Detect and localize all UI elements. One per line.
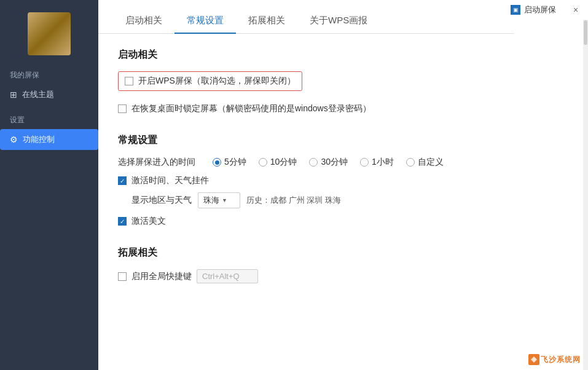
activate-beauty-row[interactable]: 激活美文 [118, 216, 568, 227]
enable-wps-row[interactable]: 开启WPS屏保（取消勾选，屏保即关闭） [118, 71, 302, 91]
title-bar: ▣ 启动屏保 × [503, 0, 588, 20]
tab-extension[interactable]: 拓展相关 [236, 10, 297, 34]
radio-30min-label: 30分钟 [321, 157, 348, 168]
sidebar-settings-label: 设置 [0, 105, 98, 129]
activate-beauty-label: 激活美文 [131, 216, 166, 227]
activate-beauty-checkbox[interactable] [118, 217, 127, 226]
radio-10min-label: 10分钟 [270, 157, 297, 168]
radio-5min[interactable]: 5分钟 [213, 157, 246, 168]
lock-screen-checkbox[interactable] [118, 104, 127, 113]
radio-30min-circle[interactable] [309, 158, 318, 167]
radio-10min[interactable]: 10分钟 [259, 157, 297, 168]
title-text: 启动屏保 [524, 0, 556, 20]
title-bar-label: ▣ 启动屏保 [503, 0, 563, 20]
sidebar-item-online-theme[interactable]: ⊞ 在线主题 [0, 84, 98, 105]
extension-section: 拓展相关 启用全局快捷键 Ctrl+Alt+Q [118, 246, 568, 283]
shortcut-input[interactable]: Ctrl+Alt+Q [197, 269, 258, 283]
close-button[interactable]: × [563, 0, 588, 20]
radio-1hour-circle[interactable] [360, 158, 369, 167]
extension-section-title: 拓展相关 [118, 246, 568, 259]
tab-startup[interactable]: 启动相关 [113, 10, 174, 34]
activate-time-row[interactable]: 激活时间、天气挂件 [118, 175, 568, 186]
radio-custom-label: 自定义 [418, 157, 444, 168]
lock-screen-row[interactable]: 在恢复桌面时锁定屏幕（解锁密码使用的是windows登录密码） [118, 103, 568, 114]
image-icon: ⊞ [10, 90, 17, 100]
radio-5min-circle[interactable] [213, 158, 221, 167]
avatar [28, 12, 71, 55]
region-dropdown[interactable]: 珠海 [198, 192, 240, 208]
tab-general[interactable]: 常规设置 [174, 10, 236, 34]
general-section-title: 常规设置 [118, 134, 568, 147]
region-row: 显示地区与天气 珠海 历史：成都 广州 深圳 珠海 [118, 192, 568, 208]
activate-time-label: 激活时间、天气挂件 [131, 175, 209, 186]
radio-5min-label: 5分钟 [224, 157, 246, 168]
main-layout: 我的屏保 ⊞ 在线主题 设置 ⚙ 功能控制 启动相关 常规设置 拓展相关 关于W… [0, 0, 588, 370]
content-area: 启动相关 常规设置 拓展相关 关于WPS画报 启动相关 开启WPS屏保（取消勾选… [98, 0, 588, 370]
history-text: 历史：成都 广州 深圳 珠海 [246, 195, 341, 206]
tab-about[interactable]: 关于WPS画报 [297, 10, 380, 34]
screen-icon: ▣ [511, 5, 520, 15]
shortcut-checkbox[interactable] [118, 272, 127, 281]
sidebar-item-function-control[interactable]: ⚙ 功能控制 [0, 129, 98, 150]
startup-section-title: 启动相关 [118, 49, 568, 61]
enable-wps-checkbox[interactable] [125, 77, 133, 85]
sidebar: 我的屏保 ⊞ 在线主题 设置 ⚙ 功能控制 [0, 0, 98, 370]
shortcut-label: 启用全局快捷键 [131, 271, 192, 282]
sidebar-function-control-label: 功能控制 [23, 134, 55, 145]
region-label: 显示地区与天气 [131, 195, 192, 206]
shortcut-row[interactable]: 启用全局快捷键 Ctrl+Alt+Q [118, 269, 568, 283]
region-value: 珠海 [203, 195, 219, 206]
scrollbar-track[interactable] [583, 20, 588, 370]
sidebar-my-screensaver-label: 我的屏保 [0, 60, 98, 84]
radio-custom-circle[interactable] [406, 158, 415, 167]
radio-10min-circle[interactable] [259, 158, 267, 167]
timer-radio-group: 选择屏保进入的时间 5分钟 10分钟 30分钟 [118, 157, 568, 168]
radio-1hour-label: 1小时 [372, 157, 394, 168]
main-window: ▣ 启动屏保 × 我的屏保 ⊞ 在线主题 设置 ⚙ 功能控制 [0, 0, 588, 370]
shortcut-value: Ctrl+Alt+Q [202, 272, 240, 281]
enable-wps-label: 开启WPS屏保（取消勾选，屏保即关闭） [138, 76, 296, 87]
sidebar-online-theme-label: 在线主题 [22, 89, 54, 100]
general-section: 常规设置 选择屏保进入的时间 5分钟 10分钟 [118, 134, 568, 227]
activate-time-checkbox[interactable] [118, 176, 127, 185]
radio-30min[interactable]: 30分钟 [309, 157, 348, 168]
tab-bar: 启动相关 常规设置 拓展相关 关于WPS画报 [98, 0, 514, 34]
radio-1hour[interactable]: 1小时 [360, 157, 394, 168]
timer-label: 选择屏保进入的时间 [118, 157, 195, 168]
settings-content: 启动相关 开启WPS屏保（取消勾选，屏保即关闭） 在恢复桌面时锁定屏幕（解锁密码… [98, 34, 588, 370]
settings-icon: ⚙ [10, 135, 18, 144]
lock-screen-label: 在恢复桌面时锁定屏幕（解锁密码使用的是windows登录密码） [131, 103, 371, 114]
startup-section: 启动相关 开启WPS屏保（取消勾选，屏保即关闭） 在恢复桌面时锁定屏幕（解锁密码… [118, 49, 568, 114]
radio-custom[interactable]: 自定义 [406, 157, 444, 168]
scrollbar-thumb[interactable] [584, 20, 587, 45]
avatar-image [28, 12, 71, 55]
